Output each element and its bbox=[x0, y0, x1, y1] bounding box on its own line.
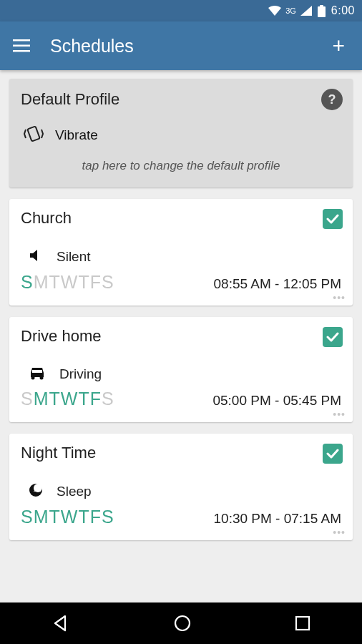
svg-rect-2 bbox=[13, 39, 30, 42]
day-letter: M bbox=[34, 507, 49, 527]
overflow-icon[interactable]: ••• bbox=[21, 411, 346, 418]
svg-rect-4 bbox=[13, 50, 30, 52]
page-title: Schedules bbox=[50, 36, 134, 57]
silent-icon bbox=[28, 248, 44, 266]
app-bar: Schedules + bbox=[0, 21, 362, 70]
day-letter: T bbox=[78, 507, 89, 527]
content: Default Profile ? Vibrate tap here to ch… bbox=[0, 70, 362, 540]
day-letter: W bbox=[61, 272, 79, 292]
svg-rect-3 bbox=[13, 45, 30, 47]
nav-home-icon[interactable] bbox=[172, 613, 192, 633]
day-letter: F bbox=[90, 389, 102, 409]
battery-icon bbox=[318, 5, 326, 17]
schedule-name: Drive home bbox=[21, 327, 341, 346]
schedule-card[interactable]: Night Time z Sleep SMTWTFS 10:30 PM - 07… bbox=[9, 434, 353, 540]
day-letter: S bbox=[21, 389, 34, 409]
status-bar: 3G 6:00 bbox=[0, 0, 362, 21]
driving-icon bbox=[28, 366, 47, 383]
svg-point-7 bbox=[40, 376, 44, 380]
svg-rect-13 bbox=[296, 617, 309, 630]
help-icon[interactable]: ? bbox=[321, 89, 343, 110]
day-letter: F bbox=[90, 507, 102, 527]
schedule-days: SMTWTFS bbox=[21, 507, 114, 527]
schedule-name: Church bbox=[21, 209, 341, 228]
day-letter: T bbox=[49, 389, 61, 409]
svg-rect-5 bbox=[27, 126, 39, 141]
svg-rect-1 bbox=[320, 5, 323, 7]
schedule-time: 08:55 AM - 12:05 PM bbox=[214, 276, 342, 292]
nav-recent-icon[interactable] bbox=[294, 615, 311, 632]
svg-rect-8 bbox=[32, 370, 42, 373]
default-profile-title: Default Profile bbox=[21, 90, 341, 109]
day-letter: T bbox=[78, 272, 89, 292]
schedule-days: SMTWTFS bbox=[21, 272, 114, 293]
svg-text:z: z bbox=[34, 488, 36, 492]
day-letter: F bbox=[90, 272, 102, 292]
overflow-icon[interactable]: ••• bbox=[21, 294, 346, 301]
schedule-mode-label: Driving bbox=[59, 366, 102, 382]
svg-rect-0 bbox=[318, 6, 326, 17]
schedule-days: SMTWTFS bbox=[21, 389, 114, 409]
day-letter: S bbox=[102, 272, 114, 292]
nav-back-icon[interactable] bbox=[51, 613, 71, 633]
network-type: 3G bbox=[285, 6, 296, 15]
menu-icon[interactable] bbox=[13, 39, 30, 52]
status-clock: 6:00 bbox=[331, 4, 355, 17]
schedule-enabled-checkbox[interactable] bbox=[323, 209, 343, 229]
svg-point-12 bbox=[175, 616, 190, 630]
schedule-card[interactable]: Drive home Driving SMTWTFS 05:00 PM - 05… bbox=[9, 317, 353, 422]
schedule-name: Night Time bbox=[21, 444, 341, 462]
svg-point-6 bbox=[31, 376, 35, 380]
sleep-icon: z bbox=[28, 482, 44, 501]
day-letter: W bbox=[61, 389, 79, 409]
vibrate-icon bbox=[24, 125, 44, 146]
schedule-mode: z Sleep bbox=[21, 482, 341, 501]
schedule-time: 10:30 PM - 07:15 AM bbox=[214, 511, 342, 527]
wifi-icon bbox=[268, 6, 281, 16]
schedule-enabled-checkbox[interactable] bbox=[323, 327, 343, 347]
default-profile-hint: tap here to change the default profile bbox=[21, 159, 341, 173]
default-profile-card[interactable]: Default Profile ? Vibrate tap here to ch… bbox=[9, 79, 353, 187]
schedule-time: 05:00 PM - 05:45 PM bbox=[212, 393, 341, 409]
day-letter: T bbox=[49, 272, 61, 292]
day-letter: T bbox=[78, 389, 89, 409]
day-letter: W bbox=[61, 507, 79, 527]
day-letter: M bbox=[34, 389, 49, 409]
schedule-mode-label: Silent bbox=[57, 249, 91, 265]
day-letter: T bbox=[49, 507, 61, 527]
day-letter: S bbox=[102, 507, 114, 527]
default-mode-label: Vibrate bbox=[55, 127, 98, 143]
default-profile-mode: Vibrate bbox=[21, 125, 341, 146]
schedule-mode: Silent bbox=[21, 248, 341, 266]
schedule-mode: Driving bbox=[21, 366, 341, 383]
android-nav-bar bbox=[0, 602, 362, 644]
day-letter: S bbox=[21, 507, 34, 527]
day-letter: S bbox=[102, 389, 114, 409]
cell-signal-icon bbox=[300, 6, 312, 16]
day-letter: S bbox=[21, 272, 34, 292]
schedule-enabled-checkbox[interactable] bbox=[323, 444, 343, 464]
schedule-mode-label: Sleep bbox=[57, 484, 92, 499]
overflow-icon[interactable]: ••• bbox=[21, 529, 346, 536]
day-letter: M bbox=[34, 272, 49, 292]
add-button[interactable]: + bbox=[328, 34, 349, 57]
schedule-card[interactable]: Church Silent SMTWTFS 08:55 AM - 12:05 P… bbox=[9, 199, 353, 306]
